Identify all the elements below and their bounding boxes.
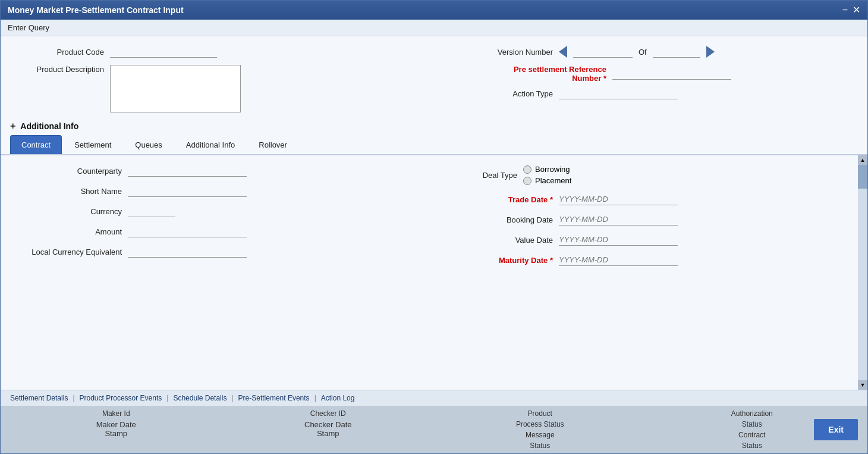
counterparty-label: Counterparty <box>15 167 122 176</box>
top-right: Version Number Of Pre settlement Referen… <box>428 46 853 99</box>
borrowing-radio-item[interactable]: Borrowing <box>523 165 571 174</box>
tab-rollover[interactable]: Rollover <box>247 135 298 154</box>
counterparty-row: Counterparty <box>15 165 422 177</box>
checker-date-label: Checker Date Stamp <box>304 420 351 438</box>
action-type-label: Action Type <box>464 89 553 98</box>
additional-info-label: Additional Info <box>20 121 78 131</box>
maker-id-label: Maker Id <box>102 409 130 418</box>
borrowing-label: Borrowing <box>535 165 570 174</box>
scrollbar-thumb[interactable] <box>858 165 867 189</box>
action-type-input[interactable] <box>559 87 678 99</box>
top-form-row1: Product Code Product Description Version… <box>15 46 853 112</box>
product-code-label: Product Code <box>15 48 104 57</box>
counterparty-input[interactable] <box>128 165 247 177</box>
maturity-date-label: Maturity Date * <box>446 256 553 265</box>
tabs-bar: Contract Settlement Queues Additional In… <box>1 135 867 155</box>
product-description-input[interactable] <box>110 65 241 112</box>
bottom-links-bar: Settlement Details | Product Processor E… <box>1 390 867 406</box>
trade-date-label: Trade Date * <box>446 195 553 204</box>
maturity-date-input[interactable] <box>559 254 678 266</box>
contract-status-label: Status <box>742 442 762 450</box>
tab-additional-info[interactable]: Additional Info <box>175 135 246 154</box>
scrollbar-track <box>858 165 867 380</box>
settlement-details-link[interactable]: Settlement Details <box>10 394 68 402</box>
value-date-input[interactable] <box>559 234 678 246</box>
amount-label: Amount <box>15 227 122 236</box>
booking-date-label: Booking Date <box>446 215 553 224</box>
close-button[interactable]: ✕ <box>853 5 860 15</box>
top-form: Product Code Product Description Version… <box>1 36 867 117</box>
message-status-label: Status <box>530 442 550 450</box>
deal-type-radio-group: Borrowing Placement <box>523 165 571 185</box>
version-total-input[interactable] <box>653 46 700 58</box>
value-date-label: Value Date <box>446 236 553 245</box>
enter-query-bar: Enter Query <box>1 20 867 36</box>
maker-col: Maker Id Maker Date Stamp <box>10 409 222 450</box>
tab-contract[interactable]: Contract <box>10 135 62 154</box>
main-content: Product Code Product Description Version… <box>1 36 867 453</box>
borrowing-radio[interactable] <box>523 165 532 174</box>
tab-settlement[interactable]: Settlement <box>63 135 122 154</box>
authorization-label: Authorization <box>731 409 773 418</box>
pre-settlement-events-link[interactable]: Pre-Settlement Events <box>238 394 310 402</box>
version-number-label: Version Number <box>464 48 553 57</box>
version-number-input[interactable] <box>573 46 633 58</box>
product-code-field: Product Code <box>15 46 404 58</box>
amount-input[interactable] <box>128 226 247 237</box>
booking-date-row: Booking Date <box>446 214 853 226</box>
placement-radio[interactable] <box>523 177 532 185</box>
title-bar: Money Market Pre-Settlement Contract Inp… <box>1 1 867 20</box>
value-date-row: Value Date <box>446 234 853 246</box>
version-number-field: Version Number Of <box>464 46 853 58</box>
version-next-button[interactable] <box>706 46 715 58</box>
deal-type-label: Deal Type <box>446 171 517 180</box>
window-controls: − ✕ <box>842 5 860 15</box>
currency-label: Currency <box>15 207 122 216</box>
window-title: Money Market Pre-Settlement Contract Inp… <box>8 5 184 15</box>
tab-queues[interactable]: Queues <box>124 135 174 154</box>
product-description-field: Product Description <box>15 65 404 112</box>
pre-settlement-label: Pre settlement Reference Number * <box>464 65 606 83</box>
trade-date-row: Trade Date * <box>446 193 853 205</box>
right-column: Deal Type Borrowing Placement <box>446 165 853 380</box>
scroll-up-button[interactable]: ▲ <box>858 155 867 165</box>
product-processor-events-link[interactable]: Product Processor Events <box>80 394 162 402</box>
local-currency-input[interactable] <box>128 246 247 258</box>
of-label: Of <box>639 48 647 57</box>
pre-settlement-ref-field: Pre settlement Reference Number * <box>464 65 853 83</box>
placement-label: Placement <box>535 176 571 185</box>
footer-grid: Maker Id Maker Date Stamp Checker ID Che… <box>10 409 858 450</box>
version-prev-button[interactable] <box>559 46 567 58</box>
pre-settlement-ref-input[interactable] <box>612 68 731 80</box>
local-currency-label: Local Currency Equivalent <box>15 248 122 256</box>
exit-button[interactable]: Exit <box>814 419 858 440</box>
amount-row: Amount <box>15 226 422 237</box>
short-name-label: Short Name <box>15 187 122 196</box>
placement-radio-item[interactable]: Placement <box>523 176 571 185</box>
maturity-date-row: Maturity Date * <box>446 254 853 266</box>
form-body: Counterparty Short Name Currency Amount … <box>1 155 867 390</box>
additional-info-toggle[interactable]: + <box>10 121 15 131</box>
enter-query-label: Enter Query <box>8 23 49 32</box>
booking-date-input[interactable] <box>559 214 678 226</box>
additional-info-bar: + Additional Info <box>1 117 867 135</box>
maker-date-label: Maker Date Stamp <box>96 420 136 438</box>
contract-label: Contract <box>738 431 765 439</box>
scroll-down-button[interactable]: ▼ <box>858 380 867 390</box>
action-log-link[interactable]: Action Log <box>321 394 355 402</box>
deal-type-section: Deal Type Borrowing Placement <box>446 165 853 185</box>
product-col: Product Process Status Message Status <box>434 409 646 450</box>
currency-row: Currency <box>15 205 422 217</box>
short-name-row: Short Name <box>15 185 422 197</box>
action-type-field: Action Type <box>464 87 853 99</box>
currency-input[interactable] <box>128 205 175 217</box>
trade-date-input[interactable] <box>559 193 678 205</box>
pre-settlement-section: Pre settlement Reference Number * Action… <box>464 65 853 99</box>
authorization-status-label: Status <box>742 420 762 428</box>
schedule-details-link[interactable]: Schedule Details <box>173 394 227 402</box>
short-name-input[interactable] <box>128 185 247 197</box>
minimize-button[interactable]: − <box>842 5 848 15</box>
product-description-label: Product Description <box>15 65 104 74</box>
product-code-input[interactable] <box>110 46 217 58</box>
top-left: Product Code Product Description <box>15 46 404 112</box>
